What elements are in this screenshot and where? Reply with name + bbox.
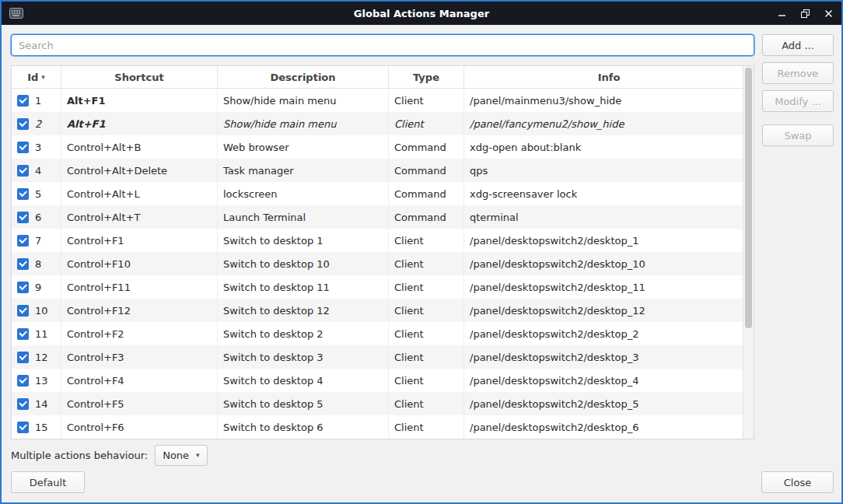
global-actions-manager-window: Global Actions Manager Add ... Remove Mo… (0, 0, 843, 504)
row-shortcut: Alt+F1 (61, 112, 218, 135)
table-row[interactable]: 4 Control+Alt+Delete Task manager Comman… (12, 159, 743, 182)
modify-button[interactable]: Modify ... (762, 90, 834, 112)
row-description: Switch to desktop 12 (218, 299, 389, 322)
table-header: Id ▾ Shortcut Description Type Info (12, 66, 754, 89)
enabled-checkbox[interactable] (17, 235, 29, 247)
enabled-checkbox[interactable] (17, 328, 29, 340)
table-row[interactable]: 8 Control+F10 Switch to desktop 10 Clien… (12, 252, 743, 275)
table-row[interactable]: 12 Control+F3 Switch to desktop 3 Client… (12, 345, 743, 369)
enabled-checkbox[interactable] (17, 188, 29, 200)
scrollbar-thumb[interactable] (745, 68, 752, 328)
enabled-checkbox[interactable] (17, 375, 29, 387)
enabled-checkbox[interactable] (17, 422, 29, 433)
id-cell: 7 (12, 229, 61, 252)
table-row[interactable]: 2 Alt+F1 Show/hide main menu Client /pan… (12, 112, 743, 135)
id-cell: 9 (12, 275, 61, 299)
row-id: 13 (35, 375, 48, 387)
table-row[interactable]: 13 Control+F4 Switch to desktop 4 Client… (12, 369, 743, 392)
table-row[interactable]: 9 Control+F11 Switch to desktop 11 Clien… (12, 275, 743, 299)
id-cell: 4 (12, 159, 61, 182)
table-row[interactable]: 3 Control+Alt+B Web browser Command xdg-… (12, 135, 743, 159)
row-description: Web browser (218, 135, 389, 159)
row-shortcut: Control+Alt+B (61, 135, 218, 159)
row-info: /panel/desktopswitch2/desktop_3 (464, 345, 743, 369)
row-type: Client (389, 252, 464, 275)
table-scrollbar[interactable] (743, 66, 754, 439)
row-type: Client (389, 89, 464, 112)
chevron-down-icon: ▾ (196, 451, 200, 459)
table-row[interactable]: 10 Control+F12 Switch to desktop 12 Clie… (12, 299, 743, 322)
row-shortcut: Control+F12 (61, 299, 218, 322)
enabled-checkbox[interactable] (17, 118, 29, 130)
table-row[interactable]: 14 Control+F5 Switch to desktop 5 Client… (12, 392, 743, 415)
row-info: xdg-open about:blank (464, 135, 743, 159)
column-header-id[interactable]: Id ▾ (12, 66, 61, 88)
add-button[interactable]: Add ... (762, 34, 834, 56)
minimize-icon[interactable] (776, 8, 787, 19)
enabled-checkbox[interactable] (17, 142, 29, 153)
multiple-actions-select[interactable]: None ▾ (155, 445, 207, 466)
row-info: qterminal (464, 205, 743, 229)
default-button[interactable]: Default (11, 471, 85, 493)
id-cell: 11 (12, 322, 61, 345)
row-type: Client (389, 415, 464, 439)
enabled-checkbox[interactable] (17, 398, 29, 410)
row-info: /panel/desktopswitch2/desktop_2 (464, 322, 743, 345)
row-type: Client (389, 392, 464, 415)
enabled-checkbox[interactable] (17, 352, 29, 363)
row-info: /panel/desktopswitch2/desktop_11 (464, 275, 743, 299)
row-description: Switch to desktop 3 (218, 345, 389, 369)
enabled-checkbox[interactable] (17, 212, 29, 223)
id-cell: 15 (12, 415, 61, 439)
close-icon[interactable] (823, 8, 834, 19)
id-cell: 6 (12, 205, 61, 229)
table-row[interactable]: 15 Control+F6 Switch to desktop 6 Client… (12, 415, 743, 439)
row-id: 3 (35, 142, 41, 153)
row-type: Command (389, 159, 464, 182)
multiple-actions-label: Multiple actions behaviour: (11, 450, 148, 461)
swap-button[interactable]: Swap (762, 124, 834, 146)
row-type: Client (389, 112, 464, 135)
row-type: Client (389, 369, 464, 392)
row-type: Client (389, 299, 464, 322)
row-shortcut: Control+Alt+T (61, 205, 218, 229)
column-header-type[interactable]: Type (389, 66, 464, 88)
titlebar: Global Actions Manager (2, 2, 841, 25)
row-description: Show/hide main menu (218, 89, 389, 112)
search-input[interactable] (11, 34, 754, 56)
close-button[interactable]: Close (761, 471, 834, 493)
id-cell: 2 (12, 112, 61, 135)
enabled-checkbox[interactable] (17, 282, 29, 293)
table-row[interactable]: 1 Alt+F1 Show/hide main menu Client /pan… (12, 89, 743, 112)
row-shortcut: Control+F11 (61, 275, 218, 299)
row-description: Switch to desktop 1 (218, 229, 389, 252)
restore-icon[interactable] (799, 8, 810, 19)
window-title: Global Actions Manager (2, 8, 841, 19)
column-header-description[interactable]: Description (218, 66, 389, 88)
row-shortcut: Control+F3 (61, 345, 218, 369)
row-shortcut: Control+F1 (61, 229, 218, 252)
row-type: Client (389, 322, 464, 345)
id-cell: 3 (12, 135, 61, 159)
row-info: /panel/desktopswitch2/desktop_4 (464, 369, 743, 392)
row-id: 6 (35, 212, 41, 223)
table-row[interactable]: 11 Control+F2 Switch to desktop 2 Client… (12, 322, 743, 345)
column-header-info[interactable]: Info (464, 66, 754, 88)
column-header-shortcut[interactable]: Shortcut (61, 66, 218, 88)
row-info: xdg-screensaver lock (464, 182, 743, 205)
row-info: /panel/desktopswitch2/desktop_1 (464, 229, 743, 252)
enabled-checkbox[interactable] (17, 258, 29, 270)
row-description: Switch to desktop 10 (218, 252, 389, 275)
row-type: Command (389, 182, 464, 205)
table-row[interactable]: 5 Control+Alt+L lockscreen Command xdg-s… (12, 182, 743, 205)
row-description: Switch to desktop 5 (218, 392, 389, 415)
row-id: 5 (35, 188, 41, 200)
table-row[interactable]: 7 Control+F1 Switch to desktop 1 Client … (12, 229, 743, 252)
id-cell: 5 (12, 182, 61, 205)
row-info: /panel/mainmenu3/show_hide (464, 89, 743, 112)
table-row[interactable]: 6 Control+Alt+T Launch Terminal Command … (12, 205, 743, 229)
remove-button[interactable]: Remove (762, 62, 834, 84)
enabled-checkbox[interactable] (17, 95, 29, 107)
enabled-checkbox[interactable] (17, 165, 29, 177)
enabled-checkbox[interactable] (17, 305, 29, 317)
